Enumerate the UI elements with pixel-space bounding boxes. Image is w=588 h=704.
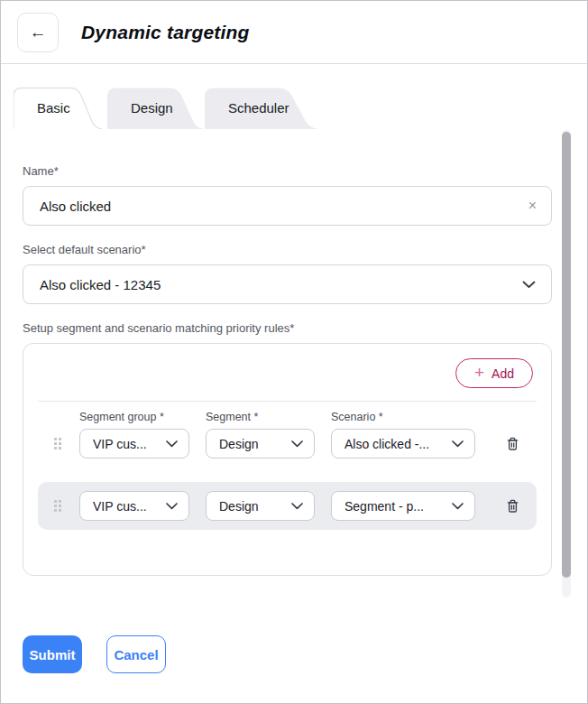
chevron-down-icon: [452, 503, 464, 510]
segment-value: Design: [219, 437, 259, 451]
header: ← Dynamic targeting: [1, 1, 587, 64]
submit-button[interactable]: Submit: [23, 635, 82, 673]
segment-group-select[interactable]: VIP cus...: [79, 491, 189, 521]
default-scenario-label: Select default scenario*: [23, 226, 552, 256]
rules-panel: + Add Segment group * Segment * Scenario…: [23, 343, 552, 576]
column-header-segment-group: Segment group *: [79, 411, 206, 423]
tab-bar: Basic Design Scheduler: [1, 87, 587, 129]
add-rule-button[interactable]: + Add: [455, 358, 533, 388]
page-title: Dynamic targeting: [81, 22, 250, 43]
tab-basic[interactable]: Basic: [14, 87, 107, 129]
tab-basic-label: Basic: [37, 100, 70, 116]
clear-icon[interactable]: ×: [528, 199, 537, 213]
delete-rule-button[interactable]: [504, 497, 521, 514]
rule-row: VIP cus... Design Also clicked -...: [38, 420, 537, 468]
tab-scheduler[interactable]: Scheduler: [205, 87, 326, 129]
tab-scheduler-label: Scheduler: [228, 100, 289, 116]
scenario-select[interactable]: Segment - p...: [331, 491, 475, 521]
chevron-down-icon: [291, 440, 303, 448]
scrollbar[interactable]: [562, 130, 571, 597]
chevron-down-icon: [166, 503, 178, 510]
drag-handle-icon[interactable]: [54, 438, 63, 449]
add-row: + Add: [23, 344, 551, 401]
add-button-label: Add: [492, 366, 514, 381]
name-field-label: Name*: [23, 129, 552, 178]
rules-section-label: Setup segment and scenario matching prio…: [23, 304, 552, 335]
scenario-value: Also clicked -...: [345, 437, 429, 451]
drag-handle-icon[interactable]: [54, 500, 63, 512]
back-arrow-icon: ←: [30, 23, 47, 42]
trash-icon: [504, 435, 521, 452]
trash-icon: [504, 497, 521, 514]
column-header-segment: Segment *: [206, 411, 331, 423]
scenario-select[interactable]: Also clicked -...: [331, 429, 475, 459]
form-scroll-area: Name* × Select default scenario* Also cl…: [1, 129, 587, 598]
segment-select[interactable]: Design: [206, 491, 315, 521]
footer: Submit Cancel: [1, 598, 587, 673]
tab-design-label: Design: [131, 100, 173, 116]
segment-select[interactable]: Design: [206, 429, 315, 459]
scenario-value: Segment - p...: [345, 499, 424, 514]
rule-column-headers: Segment group * Segment * Scenario *: [38, 411, 537, 423]
name-input[interactable]: [40, 199, 511, 214]
chevron-down-icon: [166, 440, 178, 448]
segment-value: Design: [219, 499, 259, 514]
scrollbar-thumb[interactable]: [562, 132, 571, 578]
plus-icon: +: [474, 364, 484, 381]
dynamic-targeting-window: ← Dynamic targeting Basic Design Schedul…: [0, 0, 588, 704]
tab-design[interactable]: Design: [107, 87, 210, 129]
segment-group-value: VIP cus...: [93, 437, 147, 451]
segment-group-select[interactable]: VIP cus...: [79, 429, 189, 459]
cancel-button[interactable]: Cancel: [106, 635, 166, 673]
chevron-down-icon: [452, 440, 464, 448]
rule-row: VIP cus... Design Segment - p...: [38, 482, 537, 530]
name-field: ×: [23, 186, 552, 226]
segment-group-value: VIP cus...: [93, 499, 147, 514]
chevron-down-icon: [291, 503, 303, 510]
divider: [38, 401, 537, 402]
default-scenario-value: Also clicked - 12345: [40, 277, 161, 292]
column-header-scenario: Scenario *: [331, 411, 475, 423]
delete-rule-button[interactable]: [504, 435, 521, 452]
back-button[interactable]: ←: [17, 13, 59, 52]
chevron-down-icon: [522, 281, 536, 289]
default-scenario-select[interactable]: Also clicked - 12345: [23, 264, 552, 304]
